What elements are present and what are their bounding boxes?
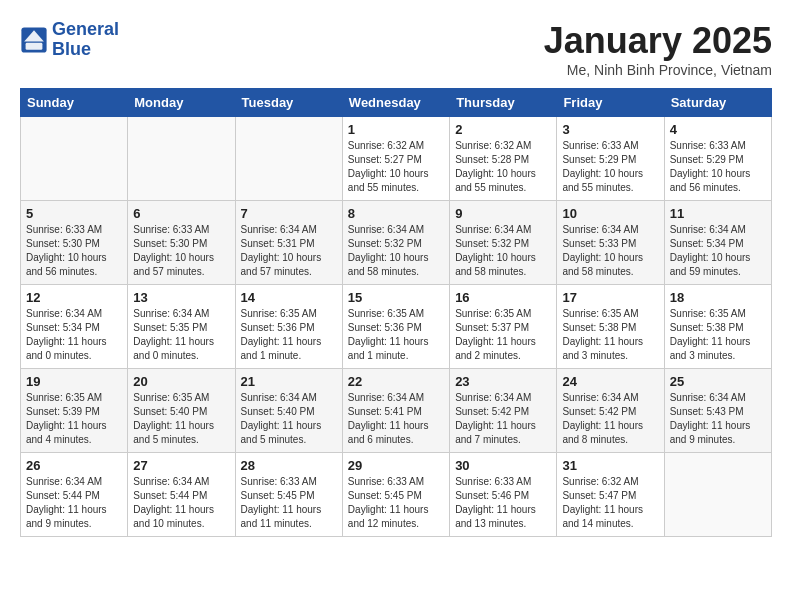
day-number: 3 [562,122,658,137]
logo-icon [20,26,48,54]
day-number: 19 [26,374,122,389]
day-cell: 20Sunrise: 6:35 AM Sunset: 5:40 PM Dayli… [128,369,235,453]
logo-text: General Blue [52,20,119,60]
day-number: 4 [670,122,766,137]
week-row-4: 26Sunrise: 6:34 AM Sunset: 5:44 PM Dayli… [21,453,772,537]
day-cell: 7Sunrise: 6:34 AM Sunset: 5:31 PM Daylig… [235,201,342,285]
day-cell: 25Sunrise: 6:34 AM Sunset: 5:43 PM Dayli… [664,369,771,453]
calendar-title: January 2025 [544,20,772,62]
day-cell: 10Sunrise: 6:34 AM Sunset: 5:33 PM Dayli… [557,201,664,285]
day-number: 16 [455,290,551,305]
day-info: Sunrise: 6:32 AM Sunset: 5:28 PM Dayligh… [455,139,551,195]
day-number: 12 [26,290,122,305]
week-row-1: 5Sunrise: 6:33 AM Sunset: 5:30 PM Daylig… [21,201,772,285]
day-cell: 29Sunrise: 6:33 AM Sunset: 5:45 PM Dayli… [342,453,449,537]
day-header-thursday: Thursday [450,89,557,117]
day-number: 22 [348,374,444,389]
day-number: 8 [348,206,444,221]
day-header-sunday: Sunday [21,89,128,117]
page-header: General Blue January 2025 Me, Ninh Binh … [20,20,772,78]
day-cell: 17Sunrise: 6:35 AM Sunset: 5:38 PM Dayli… [557,285,664,369]
day-info: Sunrise: 6:32 AM Sunset: 5:27 PM Dayligh… [348,139,444,195]
day-number: 5 [26,206,122,221]
day-cell: 13Sunrise: 6:34 AM Sunset: 5:35 PM Dayli… [128,285,235,369]
day-cell: 19Sunrise: 6:35 AM Sunset: 5:39 PM Dayli… [21,369,128,453]
day-cell: 14Sunrise: 6:35 AM Sunset: 5:36 PM Dayli… [235,285,342,369]
day-cell: 16Sunrise: 6:35 AM Sunset: 5:37 PM Dayli… [450,285,557,369]
week-row-2: 12Sunrise: 6:34 AM Sunset: 5:34 PM Dayli… [21,285,772,369]
day-info: Sunrise: 6:33 AM Sunset: 5:45 PM Dayligh… [348,475,444,531]
day-number: 15 [348,290,444,305]
day-cell: 27Sunrise: 6:34 AM Sunset: 5:44 PM Dayli… [128,453,235,537]
day-cell: 11Sunrise: 6:34 AM Sunset: 5:34 PM Dayli… [664,201,771,285]
day-number: 24 [562,374,658,389]
logo: General Blue [20,20,119,60]
day-number: 29 [348,458,444,473]
day-cell: 18Sunrise: 6:35 AM Sunset: 5:38 PM Dayli… [664,285,771,369]
day-number: 31 [562,458,658,473]
day-number: 14 [241,290,337,305]
day-cell: 15Sunrise: 6:35 AM Sunset: 5:36 PM Dayli… [342,285,449,369]
day-cell [664,453,771,537]
day-info: Sunrise: 6:33 AM Sunset: 5:30 PM Dayligh… [133,223,229,279]
day-number: 27 [133,458,229,473]
day-cell: 4Sunrise: 6:33 AM Sunset: 5:29 PM Daylig… [664,117,771,201]
day-cell [21,117,128,201]
day-cell: 31Sunrise: 6:32 AM Sunset: 5:47 PM Dayli… [557,453,664,537]
day-number: 10 [562,206,658,221]
day-number: 17 [562,290,658,305]
day-info: Sunrise: 6:34 AM Sunset: 5:34 PM Dayligh… [26,307,122,363]
svg-rect-2 [26,43,43,50]
day-info: Sunrise: 6:35 AM Sunset: 5:38 PM Dayligh… [562,307,658,363]
day-info: Sunrise: 6:34 AM Sunset: 5:42 PM Dayligh… [562,391,658,447]
day-info: Sunrise: 6:35 AM Sunset: 5:36 PM Dayligh… [241,307,337,363]
day-number: 21 [241,374,337,389]
day-number: 23 [455,374,551,389]
day-number: 18 [670,290,766,305]
title-section: January 2025 Me, Ninh Binh Province, Vie… [544,20,772,78]
day-info: Sunrise: 6:34 AM Sunset: 5:34 PM Dayligh… [670,223,766,279]
logo-line2: Blue [52,39,91,59]
day-info: Sunrise: 6:34 AM Sunset: 5:44 PM Dayligh… [26,475,122,531]
calendar-table: SundayMondayTuesdayWednesdayThursdayFrid… [20,88,772,537]
day-cell: 6Sunrise: 6:33 AM Sunset: 5:30 PM Daylig… [128,201,235,285]
day-cell: 24Sunrise: 6:34 AM Sunset: 5:42 PM Dayli… [557,369,664,453]
week-row-3: 19Sunrise: 6:35 AM Sunset: 5:39 PM Dayli… [21,369,772,453]
day-info: Sunrise: 6:34 AM Sunset: 5:41 PM Dayligh… [348,391,444,447]
day-info: Sunrise: 6:34 AM Sunset: 5:40 PM Dayligh… [241,391,337,447]
day-info: Sunrise: 6:34 AM Sunset: 5:35 PM Dayligh… [133,307,229,363]
day-cell: 30Sunrise: 6:33 AM Sunset: 5:46 PM Dayli… [450,453,557,537]
day-cell: 8Sunrise: 6:34 AM Sunset: 5:32 PM Daylig… [342,201,449,285]
day-info: Sunrise: 6:33 AM Sunset: 5:46 PM Dayligh… [455,475,551,531]
day-cell: 12Sunrise: 6:34 AM Sunset: 5:34 PM Dayli… [21,285,128,369]
logo-line1: General [52,19,119,39]
day-info: Sunrise: 6:35 AM Sunset: 5:38 PM Dayligh… [670,307,766,363]
day-cell: 28Sunrise: 6:33 AM Sunset: 5:45 PM Dayli… [235,453,342,537]
day-cell: 21Sunrise: 6:34 AM Sunset: 5:40 PM Dayli… [235,369,342,453]
day-info: Sunrise: 6:32 AM Sunset: 5:47 PM Dayligh… [562,475,658,531]
day-number: 30 [455,458,551,473]
day-header-tuesday: Tuesday [235,89,342,117]
day-info: Sunrise: 6:35 AM Sunset: 5:36 PM Dayligh… [348,307,444,363]
day-number: 2 [455,122,551,137]
day-number: 1 [348,122,444,137]
day-info: Sunrise: 6:34 AM Sunset: 5:32 PM Dayligh… [455,223,551,279]
day-cell: 3Sunrise: 6:33 AM Sunset: 5:29 PM Daylig… [557,117,664,201]
day-cell: 9Sunrise: 6:34 AM Sunset: 5:32 PM Daylig… [450,201,557,285]
day-number: 26 [26,458,122,473]
day-header-friday: Friday [557,89,664,117]
day-cell: 23Sunrise: 6:34 AM Sunset: 5:42 PM Dayli… [450,369,557,453]
day-number: 28 [241,458,337,473]
day-info: Sunrise: 6:35 AM Sunset: 5:39 PM Dayligh… [26,391,122,447]
day-cell [235,117,342,201]
day-cell: 5Sunrise: 6:33 AM Sunset: 5:30 PM Daylig… [21,201,128,285]
day-number: 9 [455,206,551,221]
week-row-0: 1Sunrise: 6:32 AM Sunset: 5:27 PM Daylig… [21,117,772,201]
day-cell: 26Sunrise: 6:34 AM Sunset: 5:44 PM Dayli… [21,453,128,537]
day-info: Sunrise: 6:34 AM Sunset: 5:42 PM Dayligh… [455,391,551,447]
day-info: Sunrise: 6:35 AM Sunset: 5:40 PM Dayligh… [133,391,229,447]
day-cell [128,117,235,201]
day-info: Sunrise: 6:34 AM Sunset: 5:33 PM Dayligh… [562,223,658,279]
day-number: 20 [133,374,229,389]
day-cell: 1Sunrise: 6:32 AM Sunset: 5:27 PM Daylig… [342,117,449,201]
